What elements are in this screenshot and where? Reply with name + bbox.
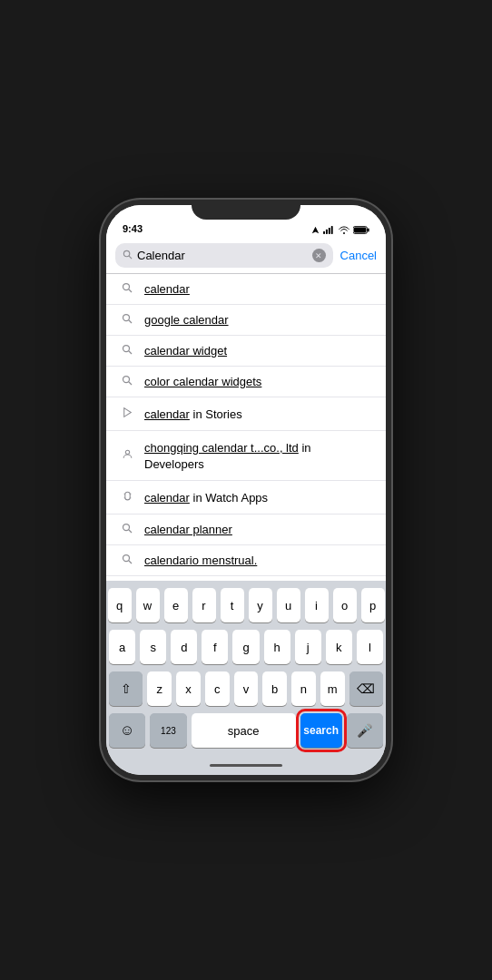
svg-point-26 <box>123 554 130 561</box>
key-e[interactable]: e <box>164 588 188 622</box>
numbers-key[interactable]: 123 <box>150 713 186 748</box>
keyboard: q w e r t y u i o p a s d f g h j k <box>106 581 386 759</box>
svg-line-12 <box>129 319 132 322</box>
location-icon <box>311 226 320 234</box>
key-f[interactable]: f <box>202 630 228 664</box>
suggestion-text: color calendar widgets <box>144 375 261 388</box>
search-icon <box>119 375 135 388</box>
list-item[interactable]: calendar widget <box>106 336 386 367</box>
key-n[interactable]: n <box>291 671 316 706</box>
backspace-key[interactable]: ⌫ <box>349 671 383 706</box>
wifi-icon <box>339 226 349 234</box>
svg-rect-19 <box>124 492 129 500</box>
watch-icon <box>119 490 135 505</box>
svg-line-8 <box>129 256 132 259</box>
key-l[interactable]: l <box>357 630 383 664</box>
keyboard-row-bottom: ☺ 123 space search 🎤 <box>109 713 383 748</box>
key-p[interactable]: p <box>361 588 385 622</box>
list-item[interactable]: calendar in Watch Apps <box>106 481 386 514</box>
key-v[interactable]: v <box>234 671 259 706</box>
search-key[interactable]: search <box>300 713 342 748</box>
key-b[interactable]: b <box>262 671 287 706</box>
suggestions-list: calendar google calendar calendar widget <box>106 274 386 582</box>
svg-line-27 <box>129 560 132 563</box>
key-g[interactable]: g <box>232 630 259 664</box>
stories-icon <box>119 407 135 421</box>
home-indicator[interactable] <box>210 764 282 767</box>
key-c[interactable]: c <box>205 671 230 706</box>
svg-point-7 <box>123 250 129 256</box>
list-item[interactable]: calendar in Stories <box>106 397 386 431</box>
space-key[interactable]: space <box>192 713 296 748</box>
cancel-button[interactable]: Cancel <box>340 249 377 262</box>
status-icons <box>311 226 369 234</box>
mic-key[interactable]: 🎤 <box>347 713 383 748</box>
bottom-bar <box>106 759 386 775</box>
suggestion-text: calendar planner <box>144 523 232 536</box>
list-item[interactable]: chongqing calendar t...co., ltd in Devel… <box>106 431 386 481</box>
search-icon <box>119 313 135 327</box>
suggestion-text: calendario menstrual. <box>144 554 257 567</box>
key-j[interactable]: j <box>295 630 321 664</box>
key-o[interactable]: o <box>333 588 357 622</box>
key-x[interactable]: x <box>176 671 201 706</box>
key-m[interactable]: m <box>320 671 345 706</box>
search-bar-row: ✕ Cancel <box>106 238 386 273</box>
search-input-wrap[interactable]: ✕ <box>115 243 333 268</box>
svg-rect-0 <box>323 231 325 234</box>
phone-frame: 9:43 <box>101 200 391 780</box>
key-h[interactable]: h <box>264 630 290 664</box>
svg-line-25 <box>129 529 132 532</box>
key-k[interactable]: k <box>326 630 352 664</box>
search-icon <box>119 282 135 296</box>
svg-point-24 <box>123 524 130 530</box>
svg-rect-2 <box>329 228 330 234</box>
list-item[interactable]: calendario menstrual. <box>106 545 386 576</box>
keyboard-row-2: a s d f g h j k l <box>109 630 383 664</box>
key-a[interactable]: a <box>109 630 135 664</box>
signal-icon <box>323 226 335 234</box>
search-icon-input <box>123 250 133 261</box>
svg-point-15 <box>123 376 130 382</box>
notch <box>192 200 300 220</box>
key-q[interactable]: q <box>108 588 132 622</box>
svg-rect-5 <box>368 229 369 232</box>
svg-point-11 <box>123 314 130 320</box>
key-y[interactable]: y <box>249 588 272 622</box>
key-w[interactable]: w <box>136 588 160 622</box>
list-item[interactable]: google calendar <box>106 305 386 336</box>
clear-button[interactable]: ✕ <box>312 249 326 262</box>
suggestion-text: calendar <box>144 282 190 296</box>
list-item[interactable]: color calendar widgets <box>106 367 386 397</box>
key-r[interactable]: r <box>192 588 216 622</box>
key-i[interactable]: i <box>305 588 329 622</box>
list-item[interactable]: calendar <box>106 274 386 305</box>
key-d[interactable]: d <box>171 630 197 664</box>
search-icon <box>119 344 135 358</box>
keyboard-row-3: ⇧ z x c v b n m ⌫ <box>109 671 383 706</box>
shift-key[interactable]: ⇧ <box>109 671 143 706</box>
search-icon <box>119 554 135 567</box>
svg-point-9 <box>123 283 130 289</box>
suggestion-text: google calendar <box>144 313 229 327</box>
key-s[interactable]: s <box>140 630 166 664</box>
search-icon <box>119 523 135 536</box>
person-icon <box>119 448 135 463</box>
status-time: 9:43 <box>123 223 143 234</box>
svg-marker-17 <box>123 407 131 416</box>
list-item[interactable]: calendar planner <box>106 514 386 545</box>
key-z[interactable]: z <box>147 671 172 706</box>
key-t[interactable]: t <box>221 588 244 622</box>
key-u[interactable]: u <box>277 588 300 622</box>
svg-line-14 <box>129 350 132 353</box>
search-input[interactable] <box>137 249 308 262</box>
keyboard-row-1: q w e r t y u i o p <box>109 588 383 622</box>
suggestion-text: chongqing calendar t...co., ltd in Devel… <box>144 439 373 472</box>
svg-rect-1 <box>326 230 328 234</box>
phone-screen: 9:43 <box>106 205 386 775</box>
suggestion-text: calendar in Watch Apps <box>144 489 268 505</box>
battery-icon <box>353 226 369 234</box>
emoji-key[interactable]: ☺ <box>109 713 145 748</box>
svg-point-13 <box>123 345 130 351</box>
svg-line-10 <box>129 289 132 291</box>
